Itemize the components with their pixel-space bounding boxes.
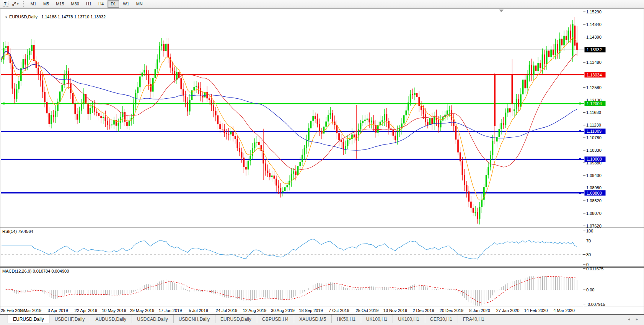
svg-text:1.10780: 1.10780 [586, 135, 602, 140]
svg-text:18 Sep 2019: 18 Sep 2019 [299, 308, 323, 313]
svg-text:1.08800: 1.08800 [587, 191, 602, 195]
chart-title-ohlc: 1.14188 1.14778 1.13710 1.13932 [41, 15, 106, 19]
svg-text:20 Dec 2019: 20 Dec 2019 [440, 308, 463, 313]
chart-tab-0-eurusd-daily[interactable]: EURUSD,Daily [8, 315, 49, 323]
svg-text:7 Oct 2019: 7 Oct 2019 [329, 308, 349, 313]
svg-text:1.12004: 1.12004 [587, 101, 602, 106]
svg-text:24 Jul 2019: 24 Jul 2019 [216, 308, 238, 313]
svg-text:1.10008: 1.10008 [587, 157, 602, 161]
svg-text:1.13932: 1.13932 [587, 47, 602, 52]
tab-scroll-left-icon[interactable]: ◄ [627, 317, 631, 321]
svg-text:30 Aug 2019: 30 Aug 2019 [271, 308, 295, 313]
chart-tab-7-xauusd-m5[interactable]: XAUUSD,M5 [294, 315, 331, 323]
svg-text:1.14390: 1.14390 [586, 35, 602, 39]
chart-tab-9-uk100-h1[interactable]: UK100,H1 [361, 315, 393, 323]
svg-text:1.11230: 1.11230 [586, 123, 601, 127]
svg-text:10 May 2019: 10 May 2019 [102, 308, 126, 313]
svg-text:1.09430: 1.09430 [586, 173, 602, 178]
svg-text:1.11009: 1.11009 [587, 129, 602, 133]
svg-text:100: 100 [586, 229, 593, 233]
chart-tab-10-uk100-h1[interactable]: UK100,H1 [393, 315, 424, 323]
svg-text:12 Aug 2019: 12 Aug 2019 [243, 308, 267, 313]
chart-tab-3-usdcad-daily[interactable]: USDCAD,Daily [132, 315, 173, 323]
svg-text:22 Apr 2019: 22 Apr 2019 [75, 308, 97, 313]
svg-text:15 Mar 2019: 15 Mar 2019 [18, 308, 42, 313]
svg-text:0.011675: 0.011675 [586, 266, 603, 271]
macd-indicator-label: MACD(12,26,9) 0.010784 0.004900 [2, 269, 69, 273]
svg-text:1.12580: 1.12580 [586, 85, 602, 90]
svg-text:4 Mar 2020: 4 Mar 2020 [553, 308, 575, 313]
tab-scroll-arrows: ◄ ► [627, 315, 639, 324]
chart-tab-bar: EURUSD,DailyUSDCHF,DailyAUDUSD,DailyUSDC… [0, 314, 644, 325]
chart-tab-12-fra40-h1[interactable]: FRA40,H1 [458, 315, 490, 323]
time-scale[interactable]: 25 Feb 201915 Mar 20193 Apr 201922 Apr 2… [1, 308, 575, 313]
collapse-icon[interactable]: ▼ [5, 16, 8, 19]
svg-text:-0.007915: -0.007915 [586, 302, 605, 307]
svg-text:13 Nov 2019: 13 Nov 2019 [383, 308, 407, 313]
chart-tab-1-usdchf-daily[interactable]: USDCHF,Daily [49, 315, 90, 323]
svg-text:1.13480: 1.13480 [586, 60, 602, 65]
tab-strip: EURUSD,DailyUSDCHF,DailyAUDUSD,DailyUSDC… [8, 315, 490, 324]
svg-text:0.00: 0.00 [586, 288, 594, 292]
svg-text:1.08070: 1.08070 [586, 211, 602, 216]
svg-text:1.08520: 1.08520 [586, 198, 602, 203]
svg-text:1.08980: 1.08980 [586, 185, 602, 190]
svg-text:2 Dec 2019: 2 Dec 2019 [412, 308, 434, 313]
svg-text:3 Apr 2019: 3 Apr 2019 [47, 308, 68, 313]
svg-text:30: 30 [586, 252, 591, 257]
svg-text:5 Jul 2019: 5 Jul 2019 [189, 308, 208, 313]
tab-scroll-right-icon[interactable]: ► [635, 317, 639, 321]
chart-tab-5-eurusd-daily[interactable]: EURUSD,Daily [215, 315, 257, 323]
price-chart-canvas[interactable]: 1.152901.148401.143901.134801.125801.121… [0, 0, 644, 325]
chart-tab-4-usdcnh-daily[interactable]: USDCNH,Daily [173, 315, 215, 323]
svg-text:1.11680: 1.11680 [586, 110, 601, 115]
chart-title-symbol: EURUSD,Daily [9, 15, 37, 19]
svg-text:70: 70 [586, 239, 591, 243]
svg-text:17 Jun 2019: 17 Jun 2019 [159, 308, 182, 313]
chart-tab-8-hk50-h1[interactable]: HK50,H1 [331, 315, 361, 323]
rsi-indicator-label: RSI(14) 79.4564 [2, 229, 33, 234]
chart-title: ▼EURUSD,Daily1.14188 1.14778 1.13710 1.1… [2, 10, 106, 19]
svg-text:29 May 2019: 29 May 2019 [130, 308, 155, 313]
chart-tab-2-audusd-daily[interactable]: AUDUSD,Daily [90, 315, 132, 323]
svg-text:1.07620: 1.07620 [586, 224, 602, 228]
mt4-terminal: { "toolbar": { "text_tool_glyph": "T", "… [0, 0, 644, 325]
chart-tab-11-ger30-h1[interactable]: GER30,H1 [425, 315, 458, 323]
svg-text:25 Oct 2019: 25 Oct 2019 [356, 308, 379, 313]
svg-text:1.10330: 1.10330 [586, 148, 602, 153]
svg-text:27 Jan 2020: 27 Jan 2020 [496, 308, 520, 313]
svg-text:1.13034: 1.13034 [587, 73, 602, 77]
svg-text:1.14840: 1.14840 [586, 22, 602, 27]
chart-tab-6-gbpusd-h4[interactable]: GBPUSD,H4 [257, 315, 294, 323]
svg-text:8 Jan 2020: 8 Jan 2020 [469, 308, 490, 313]
svg-text:14 Feb 2020: 14 Feb 2020 [524, 308, 548, 313]
svg-text:1.15290: 1.15290 [586, 10, 602, 14]
